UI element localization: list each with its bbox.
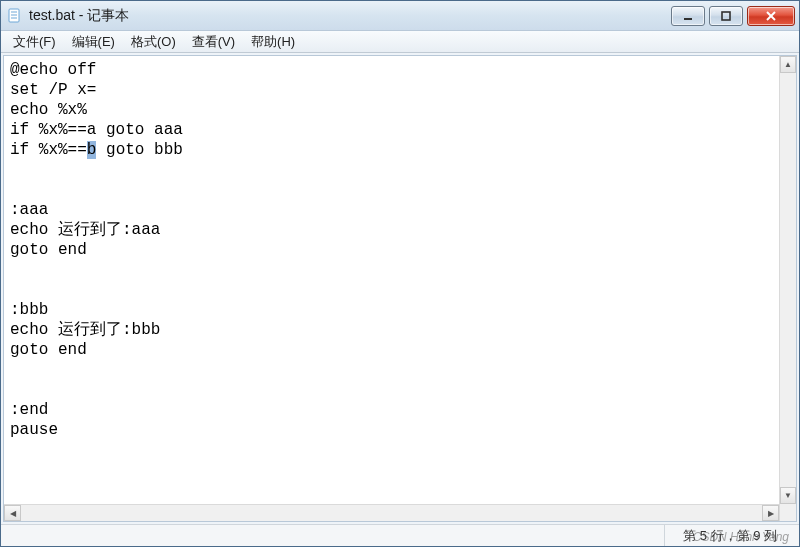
- chevron-down-icon: ▼: [784, 491, 792, 500]
- statusbar: 第 5 行，第 9 列 CSDN Hann Yang: [1, 524, 799, 546]
- scroll-right-button[interactable]: ▶: [762, 505, 779, 521]
- client-area: @echo off set /P x= echo %x% if %x%==a g…: [3, 55, 797, 522]
- chevron-left-icon: ◀: [10, 509, 16, 518]
- scroll-left-button[interactable]: ◀: [4, 505, 21, 521]
- menu-view[interactable]: 查看(V): [184, 31, 243, 53]
- editor-content: @echo off set /P x= echo %x% if %x%==a g…: [10, 60, 773, 440]
- horizontal-scrollbar[interactable]: ◀ ▶: [4, 504, 779, 521]
- window-controls: [667, 6, 795, 26]
- menu-help[interactable]: 帮助(H): [243, 31, 303, 53]
- minimize-button[interactable]: [671, 6, 705, 26]
- vertical-scrollbar[interactable]: ▲ ▼: [779, 56, 796, 504]
- hscroll-track[interactable]: [21, 505, 762, 521]
- status-position: 第 5 行，第 9 列: [664, 525, 795, 546]
- notepad-icon: [7, 8, 23, 24]
- maximize-icon: [720, 10, 732, 22]
- svg-rect-4: [684, 18, 692, 20]
- notepad-window: test.bat - 记事本 文件(F) 编辑(E) 格式(O) 查看(V) 帮…: [0, 0, 800, 547]
- text-selection: b: [87, 141, 97, 159]
- svg-rect-5: [722, 12, 730, 20]
- editor-wrap: @echo off set /P x= echo %x% if %x%==a g…: [4, 56, 796, 504]
- menu-format[interactable]: 格式(O): [123, 31, 184, 53]
- maximize-button[interactable]: [709, 6, 743, 26]
- minimize-icon: [682, 10, 694, 22]
- chevron-up-icon: ▲: [784, 60, 792, 69]
- menu-edit[interactable]: 编辑(E): [64, 31, 123, 53]
- close-icon: [765, 10, 777, 22]
- scrollbar-corner: [779, 504, 796, 521]
- chevron-right-icon: ▶: [768, 509, 774, 518]
- vscroll-track[interactable]: [780, 73, 796, 487]
- menubar: 文件(F) 编辑(E) 格式(O) 查看(V) 帮助(H): [1, 31, 799, 53]
- scroll-up-button[interactable]: ▲: [780, 56, 796, 73]
- titlebar[interactable]: test.bat - 记事本: [1, 1, 799, 31]
- text-editor[interactable]: @echo off set /P x= echo %x% if %x%==a g…: [4, 56, 779, 504]
- scroll-down-button[interactable]: ▼: [780, 487, 796, 504]
- window-title: test.bat - 记事本: [29, 7, 667, 25]
- close-button[interactable]: [747, 6, 795, 26]
- menu-file[interactable]: 文件(F): [5, 31, 64, 53]
